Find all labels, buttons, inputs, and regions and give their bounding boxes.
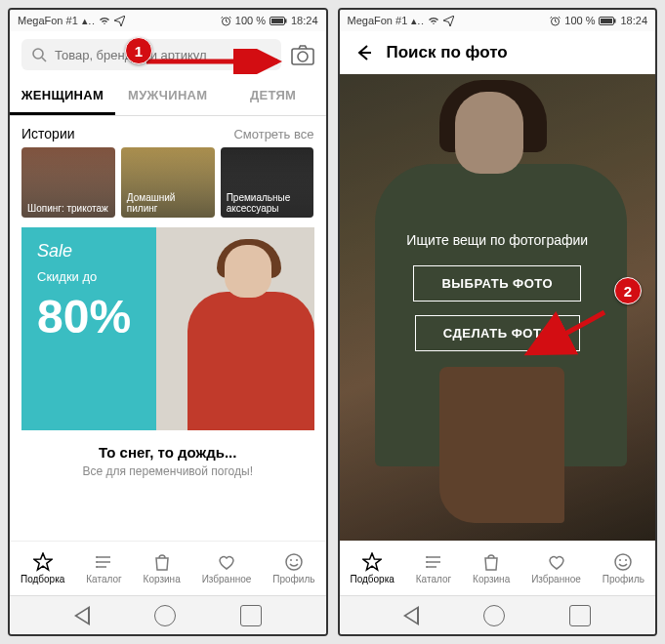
stories-title: Истории (21, 126, 75, 141)
wifi-icon (428, 16, 439, 25)
nav-label: Подборка (350, 574, 394, 584)
battery-label: 100 % (235, 15, 266, 26)
nav-label: Профиль (272, 574, 314, 584)
battery-icon (270, 17, 287, 25)
sys-back[interactable] (403, 606, 419, 625)
choose-photo-button[interactable]: ВЫБРАТЬ ФОТО (413, 265, 581, 302)
sim-icon: ▴‥ (82, 15, 95, 27)
bag-icon (152, 552, 172, 572)
promo-title: То снег, то дождь... (21, 444, 314, 461)
send-icon (443, 16, 454, 26)
sale-figure (158, 235, 314, 430)
callout-1: 1 (125, 37, 152, 64)
star-icon (362, 552, 382, 572)
sys-back[interactable] (74, 606, 90, 625)
battery-icon (599, 17, 616, 25)
nav-label: Профиль (603, 574, 644, 584)
battery-label: 100 % (564, 15, 595, 26)
callout-2: 2 (614, 277, 642, 304)
system-nav (10, 595, 326, 634)
alarm-icon (550, 16, 561, 26)
alarm-icon (221, 16, 231, 26)
nav-label: Каталог (86, 574, 121, 584)
story-item[interactable]: Шопинг: трикотаж (21, 147, 115, 218)
story-item[interactable]: Премиальные аксессуары (221, 147, 314, 218)
tabs: ЖЕНЩИНАМ МУЖЧИНАМ ДЕТЯМ (10, 78, 326, 116)
photo-hint: Ищите вещи по фотографии (406, 232, 588, 248)
promo-text: То снег, то дождь... Все для переменчиво… (10, 430, 326, 484)
stories-header: Истории Смотреть все (10, 116, 326, 147)
stories-row[interactable]: Шопинг: трикотаж Домашний пилинг Премиал… (10, 147, 326, 227)
status-bar: MegaFon #1 ▴‥ 100 % 18:24 (340, 10, 656, 31)
story-label: Домашний пилинг (127, 192, 209, 214)
nav-catalog[interactable]: Каталог (86, 552, 121, 584)
star-icon (33, 552, 53, 572)
arrow-2 (515, 310, 612, 359)
nav-label: Корзина (473, 574, 510, 584)
system-nav (340, 595, 656, 634)
svg-point-10 (290, 559, 292, 561)
story-label: Премиальные аксессуары (227, 192, 309, 214)
smile-icon (284, 552, 304, 572)
svg-point-16 (615, 554, 631, 570)
stories-seeall[interactable]: Смотреть все (233, 127, 313, 141)
photo-header: Поиск по фото (340, 31, 656, 74)
sim-icon: ▴‥ (411, 15, 424, 27)
carrier-label: MegaFon #1 (18, 15, 78, 26)
camera-icon[interactable] (291, 44, 314, 65)
svg-rect-3 (271, 19, 283, 23)
sys-home[interactable] (154, 605, 176, 626)
nav-fav[interactable]: Избранное (202, 552, 252, 584)
time-label: 18:24 (291, 15, 318, 26)
svg-point-17 (619, 559, 621, 561)
nav-catalog[interactable]: Каталог (416, 552, 451, 584)
nav-profile[interactable]: Профиль (272, 552, 314, 584)
nav-label: Избранное (202, 574, 252, 584)
smile-icon (613, 552, 633, 572)
time-label: 18:24 (620, 15, 647, 26)
tab-women[interactable]: ЖЕНЩИНАМ (10, 78, 115, 115)
bottom-nav: Подборка Каталог Корзина Избранное Профи… (340, 541, 656, 595)
carrier-label: MegaFon #1 (348, 15, 408, 26)
svg-point-5 (33, 49, 43, 59)
nav-cart[interactable]: Корзина (473, 552, 510, 584)
photo-title: Поиск по фото (387, 43, 508, 62)
nav-label: Подборка (21, 574, 64, 584)
phone-home: 1 MegaFon #1 ▴‥ 100 % 18:24 (8, 8, 328, 636)
photo-body: Ищите вещи по фотографии ВЫБРАТЬ ФОТО СД… (340, 74, 656, 541)
status-bar: MegaFon #1 ▴‥ 100 % 18:24 (10, 10, 326, 31)
svg-rect-4 (285, 19, 287, 22)
nav-fav[interactable]: Избранное (531, 552, 581, 584)
bottom-nav: Подборка Каталог Корзина Избранное Профи… (10, 541, 326, 595)
svg-point-9 (286, 554, 302, 570)
svg-rect-15 (614, 19, 616, 22)
nav-feed[interactable]: Подборка (350, 552, 394, 584)
story-item[interactable]: Домашний пилинг (121, 147, 215, 218)
back-icon[interactable] (353, 43, 373, 62)
search-icon (31, 47, 47, 62)
nav-cart[interactable]: Корзина (144, 552, 181, 584)
heart-icon (547, 552, 566, 572)
svg-line-6 (42, 58, 46, 61)
svg-point-18 (625, 559, 627, 561)
phone-photo-search: 2 MegaFon #1 ▴‥ 100 % 18:24 (338, 8, 658, 636)
bag-icon (481, 552, 501, 572)
tab-men[interactable]: МУЖЧИНАМ (115, 78, 221, 115)
svg-point-8 (298, 52, 308, 61)
nav-feed[interactable]: Подборка (21, 552, 64, 584)
sale-banner[interactable]: Sale Скидки до 80% (21, 227, 314, 430)
nav-profile[interactable]: Профиль (603, 552, 644, 584)
svg-rect-14 (601, 19, 612, 23)
send-icon (114, 16, 125, 26)
arrow-1 (143, 49, 289, 74)
wifi-icon (99, 16, 110, 25)
tab-kids[interactable]: ДЕТЯМ (221, 78, 326, 115)
nav-label: Избранное (531, 574, 581, 584)
nav-label: Корзина (144, 574, 181, 584)
story-label: Шопинг: трикотаж (27, 203, 108, 214)
sys-recent[interactable] (240, 605, 262, 626)
list-icon (94, 552, 113, 572)
sys-home[interactable] (483, 605, 505, 626)
list-icon (424, 552, 443, 572)
sys-recent[interactable] (569, 605, 591, 626)
